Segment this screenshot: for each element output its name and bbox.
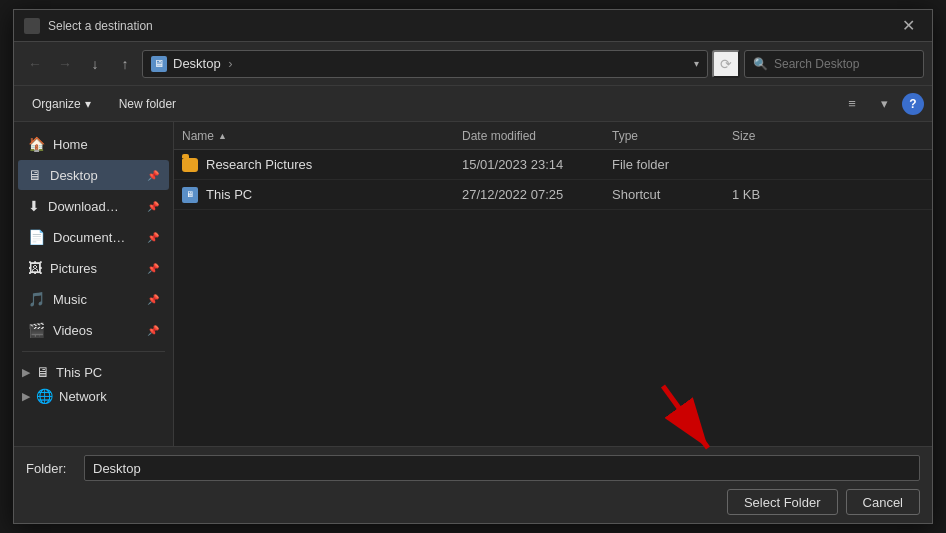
sidebar-item-documents[interactable]: 📄 Document… 📌 (18, 222, 169, 252)
toolbar2-right: ≡ ▾ ? (838, 90, 924, 118)
file-type: File folder (612, 157, 669, 172)
col-date-label: Date modified (462, 129, 536, 143)
sidebar-item-music[interactable]: 🎵 Music 📌 (18, 284, 169, 314)
file-size-cell-2: 1 KB (724, 187, 804, 202)
sidebar-item-videos-label: Videos (53, 323, 93, 338)
desktop-icon: 🖥 (28, 167, 42, 183)
organize-button[interactable]: Organize ▾ (22, 91, 101, 117)
file-name-cell: Research Pictures (174, 157, 454, 172)
file-type-cell: File folder (604, 157, 724, 172)
close-button[interactable]: ✕ (894, 12, 922, 40)
recent-dropdown-button[interactable]: ↓ (82, 51, 108, 77)
file-date-2: 27/12/2022 07:25 (462, 187, 563, 202)
organize-arrow: ▾ (85, 97, 91, 111)
network-icon: 🌐 (36, 388, 53, 404)
file-date: 15/01/2023 23:14 (462, 157, 563, 172)
bottom-bar: Folder: Select Folder Cancel (14, 446, 932, 523)
dialog: Select a destination ✕ ← → ↓ ↑ 🖥 Desktop… (13, 9, 933, 524)
file-name-cell-2: 🖥 This PC (174, 187, 454, 203)
file-type-2: Shortcut (612, 187, 660, 202)
up-button[interactable]: ↑ (112, 51, 138, 77)
folder-row: Folder: (26, 455, 920, 481)
sidebar-item-desktop-label: Desktop (50, 168, 98, 183)
downloads-pin-icon: 📌 (147, 201, 159, 212)
shortcut-icon: 🖥 (182, 187, 198, 203)
dialog-title: Select a destination (48, 19, 894, 33)
sidebar-group-this-pc[interactable]: ▶ 🖥 This PC (14, 358, 173, 382)
dialog-icon (24, 18, 40, 34)
sidebar-item-home-label: Home (53, 137, 88, 152)
table-row[interactable]: 🖥 This PC 27/12/2022 07:25 Shortcut 1 KB (174, 180, 932, 210)
view-button[interactable]: ≡ (838, 90, 866, 118)
cancel-button[interactable]: Cancel (846, 489, 920, 515)
help-button[interactable]: ? (902, 93, 924, 115)
file-name-2: This PC (206, 187, 252, 202)
network-label: Network (59, 389, 107, 404)
pictures-pin-icon: 📌 (147, 263, 159, 274)
col-type-label: Type (612, 129, 638, 143)
col-header-date[interactable]: Date modified (454, 122, 604, 149)
home-icon: 🏠 (28, 136, 45, 152)
videos-icon: 🎬 (28, 322, 45, 338)
sidebar-divider-1 (22, 351, 165, 352)
forward-button[interactable]: → (52, 51, 78, 77)
back-button[interactable]: ← (22, 51, 48, 77)
sidebar-item-downloads[interactable]: ⬇ Download… 📌 (18, 191, 169, 221)
videos-pin-icon: 📌 (147, 325, 159, 336)
sidebar-item-home[interactable]: 🏠 Home (18, 129, 169, 159)
pictures-icon: 🖼 (28, 260, 42, 276)
search-input[interactable] (774, 57, 915, 71)
this-pc-icon: 🖥 (36, 364, 50, 380)
sidebar-group-network[interactable]: ▶ 🌐 Network (14, 382, 173, 406)
sidebar-item-pictures[interactable]: 🖼 Pictures 📌 (18, 253, 169, 283)
folder-label: Folder: (26, 461, 76, 476)
sidebar: 🏠 Home 🖥 Desktop 📌 ⬇ Download… 📌 📄 (14, 122, 174, 446)
file-size-2: 1 KB (732, 187, 760, 202)
file-date-cell-2: 27/12/2022 07:25 (454, 187, 604, 202)
music-pin-icon: 📌 (147, 294, 159, 305)
address-path-sep: › (228, 56, 232, 71)
address-icon: 🖥 (151, 56, 167, 72)
file-list-header: Name ▲ Date modified Type Size (174, 122, 932, 150)
sidebar-item-desktop[interactable]: 🖥 Desktop 📌 (18, 160, 169, 190)
sidebar-item-videos[interactable]: 🎬 Videos 📌 (18, 315, 169, 345)
file-list: Name ▲ Date modified Type Size (174, 122, 932, 446)
col-size-label: Size (732, 129, 755, 143)
desktop-pin-icon: 📌 (147, 170, 159, 181)
sidebar-item-music-label: Music (53, 292, 87, 307)
address-toolbar: ← → ↓ ↑ 🖥 Desktop › ▾ ⟳ 🔍 (14, 42, 932, 86)
col-name-label: Name (182, 129, 214, 143)
sidebar-item-documents-label: Document… (53, 230, 125, 245)
downloads-icon: ⬇ (28, 198, 40, 214)
title-bar: Select a destination ✕ (14, 10, 932, 42)
documents-pin-icon: 📌 (147, 232, 159, 243)
select-folder-button[interactable]: Select Folder (727, 489, 838, 515)
music-icon: 🎵 (28, 291, 45, 307)
file-type-cell-2: Shortcut (604, 187, 724, 202)
organize-label: Organize (32, 97, 81, 111)
col-name-sort: ▲ (218, 131, 227, 141)
folder-input[interactable] (84, 455, 920, 481)
folder-icon (182, 158, 198, 172)
address-path-text: Desktop (173, 56, 221, 71)
refresh-button[interactable]: ⟳ (712, 50, 740, 78)
network-expand-icon: ▶ (22, 390, 30, 403)
main-content: 🏠 Home 🖥 Desktop 📌 ⬇ Download… 📌 📄 (14, 122, 932, 446)
sidebar-item-pictures-label: Pictures (50, 261, 97, 276)
search-box[interactable]: 🔍 (744, 50, 924, 78)
col-header-size[interactable]: Size (724, 122, 804, 149)
table-row[interactable]: Research Pictures 15/01/2023 23:14 File … (174, 150, 932, 180)
col-header-type[interactable]: Type (604, 122, 724, 149)
address-path: Desktop › (173, 56, 688, 71)
address-dropdown-btn[interactable]: ▾ (694, 58, 699, 69)
sidebar-item-downloads-label: Download… (48, 199, 119, 214)
buttons-row: Select Folder Cancel (26, 489, 920, 515)
col-header-name[interactable]: Name ▲ (174, 122, 454, 149)
file-date-cell: 15/01/2023 23:14 (454, 157, 604, 172)
view-dropdown-button[interactable]: ▾ (870, 90, 898, 118)
address-bar[interactable]: 🖥 Desktop › ▾ (142, 50, 708, 78)
file-name: Research Pictures (206, 157, 312, 172)
this-pc-label: This PC (56, 365, 102, 380)
new-folder-button[interactable]: New folder (109, 91, 186, 117)
documents-icon: 📄 (28, 229, 45, 245)
